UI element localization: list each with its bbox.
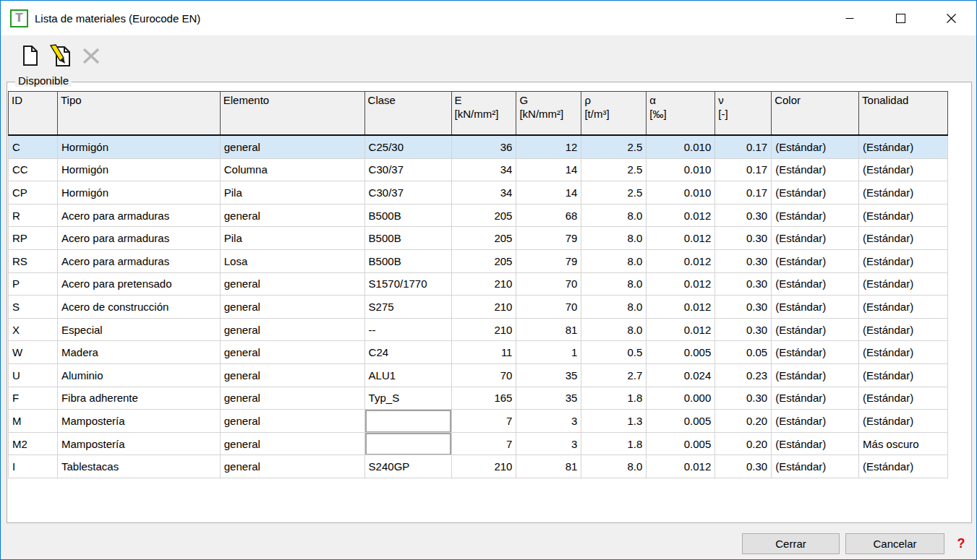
- table-cell: general: [221, 204, 365, 227]
- table-cell: Mampostería: [58, 410, 221, 432]
- table-row-F[interactable]: FFibra adherentegeneralTyp_S165351.80.00…: [8, 387, 948, 410]
- table-cell: (Estándar): [859, 455, 948, 478]
- table-cell: 0.30: [715, 273, 772, 296]
- table-cell: 0.20: [715, 410, 772, 432]
- column-label: G: [519, 94, 528, 106]
- table-row-RS[interactable]: RSAcero para armadurasLosaB500B205798.00…: [8, 250, 948, 273]
- table-cell: [365, 433, 452, 455]
- table-row-X[interactable]: XEspecialgeneral--210818.00.0120.30(Está…: [8, 319, 948, 342]
- table-cell: S275: [365, 296, 452, 318]
- groupbox-disponible: Disponible IDTipoElementoClaseE[kN/mm²]G…: [7, 82, 972, 523]
- table-cell: 35: [516, 364, 581, 387]
- table-cell: RP: [9, 227, 58, 249]
- table-cell: C: [9, 136, 58, 158]
- column-header-ID[interactable]: ID: [9, 92, 58, 134]
- close-button[interactable]: [926, 1, 976, 35]
- column-header-ρ[interactable]: ρ[t/m³]: [581, 92, 647, 134]
- column-label: α: [649, 94, 656, 106]
- table-cell: RS: [9, 250, 58, 272]
- table-cell: Typ_S: [365, 387, 452, 410]
- table-cell: C30/37: [365, 181, 452, 204]
- column-header-Color[interactable]: Color: [772, 92, 859, 134]
- minimize-button[interactable]: [824, 1, 875, 35]
- table-cell: ALU1: [365, 364, 452, 387]
- table-cell: (Estándar): [772, 181, 859, 204]
- table-cell: 7: [452, 433, 517, 455]
- table-cell: 210: [452, 296, 517, 318]
- table-cell: (Estándar): [859, 204, 948, 227]
- table-cell: (Estándar): [859, 341, 948, 363]
- column-header-Elemento[interactable]: Elemento: [221, 92, 365, 134]
- table-cell: Hormigón: [58, 159, 221, 181]
- table-cell: B500B: [365, 204, 452, 227]
- column-header-G[interactable]: G[kN/mm²]: [516, 92, 581, 134]
- table-cell: 205: [452, 250, 517, 272]
- table-cell: 3: [516, 433, 581, 455]
- table-row-RP[interactable]: RPAcero para armadurasPilaB500B205798.00…: [8, 227, 948, 250]
- help-button[interactable]: ?: [949, 533, 973, 554]
- cancel-button[interactable]: Cancelar: [845, 533, 944, 554]
- column-header-Clase[interactable]: Clase: [365, 92, 452, 134]
- table-cell: (Estándar): [772, 204, 859, 227]
- table-cell: general: [221, 455, 365, 478]
- maximize-button[interactable]: [875, 1, 926, 35]
- table-cell: (Estándar): [772, 159, 859, 181]
- table-cell: 70: [516, 296, 581, 318]
- table-cell: Fibra adherente: [58, 387, 221, 410]
- close-dialog-button[interactable]: Cerrar: [742, 533, 840, 554]
- table-cell: (Estándar): [772, 364, 859, 387]
- column-label: ρ: [584, 94, 591, 106]
- column-unit: [-]: [718, 107, 768, 121]
- table-cell: 81: [516, 455, 581, 478]
- table-cell: 0.23: [715, 364, 772, 387]
- delete-material-button[interactable]: [79, 43, 103, 69]
- table-cell: (Estándar): [772, 296, 859, 318]
- table-row-S[interactable]: SAcero de construccióngeneralS275210708.…: [8, 296, 948, 319]
- frilo-t-icon: T: [10, 9, 28, 27]
- table-cell: Hormigón: [58, 181, 221, 204]
- table-cell: 36: [452, 136, 517, 158]
- edit-material-button[interactable]: [48, 43, 73, 69]
- table-cell: Acero para armaduras: [58, 227, 221, 249]
- table-row-CC[interactable]: CCHormigónColumnaC30/3734142.50.0100.17(…: [8, 159, 948, 182]
- table-cell: 70: [516, 273, 581, 296]
- column-header-α[interactable]: α[‰]: [647, 92, 715, 134]
- toolbar: [1, 35, 103, 76]
- table-cell: 0.024: [647, 364, 715, 387]
- table-cell: 0.17: [715, 181, 772, 204]
- empty-clase-field[interactable]: [365, 410, 451, 432]
- table-cell: W: [9, 341, 58, 363]
- help-question-icon: ?: [957, 536, 965, 551]
- table-cell: 0.30: [715, 204, 772, 227]
- table-cell: S240GP: [365, 455, 452, 478]
- column-header-ν[interactable]: ν[-]: [715, 92, 772, 134]
- table-row-C[interactable]: CHormigóngeneralC25/3036122.50.0100.17(E…: [8, 136, 948, 159]
- table-cell: 0.30: [715, 250, 772, 272]
- table-cell: 81: [516, 319, 581, 341]
- empty-clase-field[interactable]: [365, 433, 451, 455]
- table-row-R[interactable]: RAcero para armadurasgeneralB500B205688.…: [8, 204, 948, 228]
- new-material-icon: [22, 45, 39, 66]
- new-material-button[interactable]: [18, 43, 43, 69]
- table-cell: U: [9, 364, 58, 387]
- maximize-icon: [896, 14, 905, 23]
- table-row-I[interactable]: ITablestacasgeneralS240GP210818.00.0120.…: [8, 455, 948, 478]
- materials-dialog: T Lista de materiales (Eurocode EN): [0, 0, 977, 560]
- table-row-U[interactable]: UAluminiogeneralALU170352.70.0240.23(Est…: [8, 364, 948, 387]
- table-row-W[interactable]: WMaderageneralC241110.50.0050.05(Estánda…: [8, 341, 948, 364]
- table-cell: M: [9, 410, 58, 432]
- table-cell: Acero para armaduras: [58, 250, 221, 272]
- table-row-M2[interactable]: M2Mamposteríageneral731.80.0050.20(Están…: [8, 433, 948, 456]
- table-cell: 8.0: [581, 204, 647, 227]
- column-header-Tonalidad[interactable]: Tonalidad: [859, 92, 948, 134]
- table-cell: 8.0: [581, 250, 647, 272]
- column-header-E[interactable]: E[kN/mm²]: [452, 92, 517, 134]
- table-row-M[interactable]: MMamposteríageneral731.30.0050.20(Estánd…: [8, 410, 948, 433]
- table-row-P[interactable]: PAcero para pretensadogeneralS1570/17702…: [8, 273, 948, 296]
- table-cell: 0.010: [647, 136, 715, 158]
- table-cell: (Estándar): [772, 455, 859, 478]
- column-header-Tipo[interactable]: Tipo: [58, 92, 221, 134]
- table-cell: general: [221, 410, 365, 432]
- table-row-CP[interactable]: CPHormigónPilaC30/3734142.50.0100.17(Est…: [8, 181, 948, 204]
- table-cell: 210: [452, 273, 517, 296]
